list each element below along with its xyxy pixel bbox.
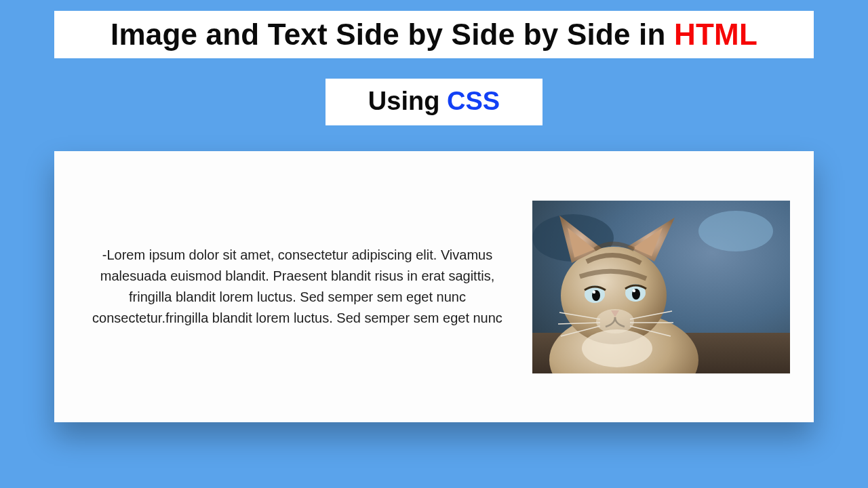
subtitle-accent: CSS [447, 87, 500, 115]
svg-point-10 [593, 290, 595, 293]
subtitle-plain: Using [368, 87, 447, 115]
card-paragraph: -Lorem ipsum dolor sit amet, consectetur… [75, 245, 520, 329]
subtitle-text: Using CSS [368, 87, 500, 115]
card-image [532, 201, 790, 373]
title-accent: HTML [674, 18, 757, 51]
title-plain: Image and Text Side by Side by Side in [111, 18, 674, 51]
svg-point-13 [582, 329, 652, 367]
title-text: Image and Text Side by Side by Side in H… [111, 18, 757, 51]
svg-point-11 [633, 289, 635, 291]
title-box: Image and Text Side by Side by Side in H… [54, 11, 814, 58]
content-card: -Lorem ipsum dolor sit amet, consectetur… [54, 151, 814, 422]
svg-point-2 [698, 211, 773, 251]
subtitle-box: Using CSS [326, 79, 542, 125]
